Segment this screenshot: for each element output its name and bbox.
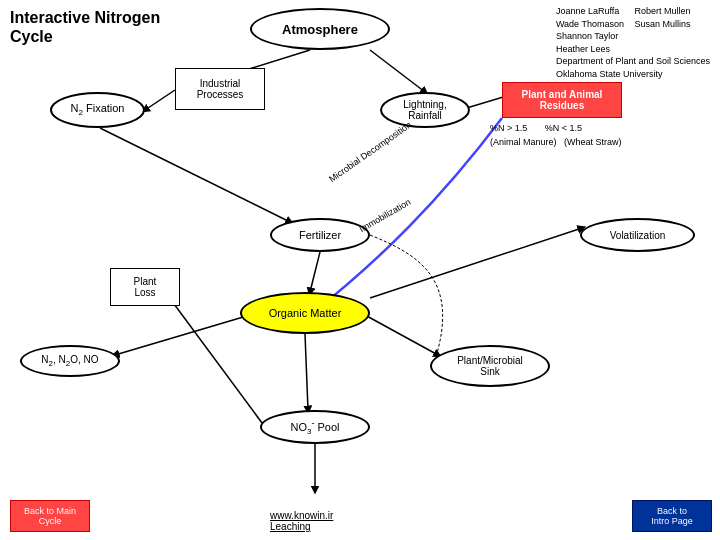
atmosphere-label: Atmosphere [282, 22, 358, 37]
svg-line-5 [310, 252, 320, 292]
arrows-layer [0, 0, 720, 540]
back-intro-button[interactable]: Back to Intro Page [632, 500, 712, 532]
no3-pool-oval[interactable]: NO3- Pool [260, 410, 370, 444]
plant-microbial-sink-oval[interactable]: Plant/Microbial Sink [430, 345, 550, 387]
volatilization-oval[interactable]: Volatilization [580, 218, 695, 252]
immobilization-label: Immobilization [358, 197, 413, 234]
no3-label: NO3- Pool [290, 418, 339, 436]
svg-line-8 [305, 334, 308, 410]
plant-loss-label: Plant Loss [134, 276, 157, 298]
svg-line-6 [115, 315, 250, 355]
authors-col1: Joanne LaRuffa Wade Thomason Shannon Tay… [556, 5, 624, 55]
svg-line-7 [365, 315, 438, 355]
back-intro-label: Back to Intro Page [651, 506, 693, 526]
sink-label: Plant/Microbial Sink [457, 355, 523, 377]
svg-line-11 [370, 228, 582, 298]
microbial-decomp-text: Microbial Decomposition [327, 120, 413, 184]
n2-fixation-label: N2 Fixation [71, 102, 125, 117]
percent-n2: %N < 1.5 [545, 123, 582, 133]
authors-block: Joanne LaRuffa Wade Thomason Shannon Tay… [556, 5, 710, 81]
percent-n-block: %N > 1.5 %N < 1.5 (Animal Manure) (Wheat… [490, 122, 622, 149]
lightning-label: Lightning, Rainfall [403, 99, 446, 121]
percent-n2-label: (Wheat Straw) [564, 137, 622, 147]
back-main-label: Back to Main Cycle [24, 506, 76, 526]
back-main-button[interactable]: Back to Main Cycle [10, 500, 90, 532]
university-label: Oklahoma State University [556, 69, 663, 79]
plant-animal-box[interactable]: Plant and Animal Residues [502, 82, 622, 118]
percent-n1: %N > 1.5 [490, 123, 527, 133]
dept-label: Department of Plant and Soil Sciences [556, 56, 710, 66]
microbial-decomp-label: Microbial Decomposition [327, 120, 413, 184]
svg-line-3 [100, 128, 290, 222]
immobilization-text: Immobilization [358, 197, 413, 234]
website-link[interactable]: www.knowin.ir Leaching [270, 510, 333, 532]
fertilizer-label: Fertilizer [299, 229, 341, 241]
svg-line-2 [145, 90, 175, 110]
industrial-label: Industrial Processes [197, 78, 244, 100]
plant-animal-label: Plant and Animal Residues [522, 89, 603, 111]
www-label: www.knowin.ir [270, 510, 333, 521]
volatilization-label: Volatilization [610, 230, 666, 241]
fertilizer-oval[interactable]: Fertilizer [270, 218, 370, 252]
n2-gases-label: N2, N2O, NO [41, 354, 98, 368]
industrial-processes-box[interactable]: Industrial Processes [175, 68, 265, 110]
atmosphere-oval: Atmosphere [250, 8, 390, 50]
organic-matter-label: Organic Matter [269, 307, 342, 319]
n2-gases-oval[interactable]: N2, N2O, NO [20, 345, 120, 377]
page-title: Interactive Nitrogen Cycle [10, 8, 190, 46]
title-line2: Cycle [10, 28, 53, 45]
title-line1: Interactive Nitrogen [10, 9, 160, 26]
authors-col2: Robert Mullen Susan Mullins [634, 5, 690, 30]
svg-line-1 [370, 50, 425, 92]
lightning-rainfall-oval[interactable]: Lightning, Rainfall [380, 92, 470, 128]
percent-n1-label: (Animal Manure) [490, 137, 557, 147]
organic-matter-oval[interactable]: Organic Matter [240, 292, 370, 334]
n2-fixation-oval[interactable]: N2 Fixation [50, 92, 145, 128]
leaching-label: Leaching [270, 521, 311, 532]
plant-loss-box[interactable]: Plant Loss [110, 268, 180, 306]
